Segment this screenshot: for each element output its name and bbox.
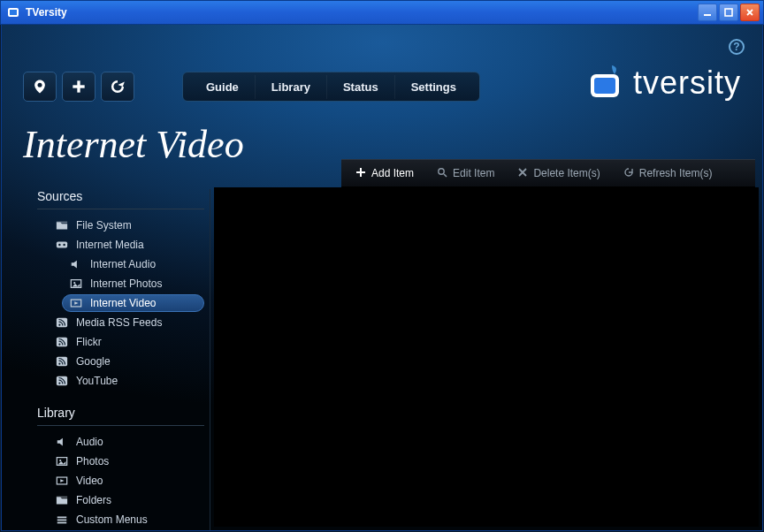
- sidebar-sources-list: File SystemInternet MediaInternet AudioI…: [23, 217, 204, 390]
- sidebar-item-file-system[interactable]: File System: [48, 217, 204, 234]
- svg-point-11: [439, 168, 444, 173]
- plus-icon: [355, 167, 366, 180]
- svg-point-15: [58, 244, 60, 246]
- action-add-label: Add Item: [371, 167, 414, 179]
- sidebar-item-internet-audio[interactable]: Internet Audio: [62, 255, 204, 273]
- menu-icon: [55, 513, 69, 526]
- svg-rect-24: [57, 357, 67, 367]
- app-icon: [6, 5, 20, 19]
- rss-icon: [55, 375, 69, 387]
- svg-rect-34: [57, 522, 67, 524]
- photo-icon: [69, 277, 83, 290]
- window-titlebar: TVersity: [0, 0, 764, 25]
- action-edit-item[interactable]: Edit Item: [428, 164, 503, 183]
- svg-rect-6: [73, 85, 84, 87]
- svg-rect-33: [57, 520, 67, 521]
- sidebar-item-label: Internet Media: [76, 239, 144, 251]
- window-title: TVersity: [26, 6, 698, 19]
- brand: tversity: [585, 64, 741, 103]
- tab-status[interactable]: Status: [327, 75, 395, 99]
- svg-point-23: [58, 344, 60, 346]
- rss-icon: [55, 355, 69, 368]
- action-delete-item[interactable]: Delete Item(s): [508, 164, 608, 183]
- folder-icon: [55, 219, 69, 232]
- svg-rect-20: [57, 318, 67, 328]
- action-refresh-item[interactable]: Refresh Item(s): [615, 164, 722, 183]
- svg-rect-3: [725, 9, 732, 16]
- rss-icon: [55, 336, 69, 348]
- brand-logo-icon: [585, 64, 624, 103]
- sidebar-item-label: Internet Photos: [90, 277, 162, 290]
- app-body: ? Guide Library Status Settings: [1, 25, 763, 531]
- sidebar-item-label: Video: [76, 475, 103, 487]
- svg-point-27: [58, 383, 60, 384]
- sidebar-item-label: Audio: [76, 436, 103, 448]
- search-icon: [437, 167, 447, 180]
- rss-icon: [55, 316, 69, 329]
- sidebar-item-internet-media[interactable]: Internet Media: [48, 236, 204, 254]
- svg-rect-22: [57, 338, 67, 347]
- svg-rect-8: [594, 78, 615, 94]
- sidebar-item-google[interactable]: Google: [48, 353, 204, 370]
- close-button[interactable]: [740, 4, 760, 21]
- sidebar-item-audio[interactable]: Audio: [48, 433, 204, 451]
- sidebar-item-internet-photos[interactable]: Internet Photos: [62, 275, 204, 293]
- action-bar: Add Item Edit Item Delete Item(s) Refres…: [341, 159, 755, 187]
- tab-library[interactable]: Library: [256, 75, 327, 99]
- svg-point-29: [59, 460, 61, 461]
- sidebar-item-label: Google: [76, 355, 111, 368]
- svg-point-21: [58, 324, 60, 326]
- sidebar-item-media-rss-feeds[interactable]: Media RSS Feeds: [48, 314, 204, 331]
- video-icon: [55, 475, 69, 487]
- svg-rect-1: [10, 10, 17, 15]
- content-area: [214, 187, 759, 527]
- sidebar-item-label: Internet Audio: [90, 258, 156, 270]
- video-icon: [69, 297, 83, 309]
- action-add-item[interactable]: Add Item: [347, 164, 423, 183]
- sidebar-item-label: Media RSS Feeds: [76, 316, 162, 329]
- sidebar-section-sources: Sources: [37, 189, 204, 209]
- nav-tabs: Guide Library Status Settings: [182, 72, 480, 102]
- speaker-icon: [55, 436, 69, 448]
- sidebar-item-internet-video[interactable]: Internet Video: [62, 294, 204, 312]
- minimize-button[interactable]: [698, 4, 717, 21]
- refresh-icon: [623, 167, 634, 180]
- action-edit-label: Edit Item: [453, 167, 494, 179]
- svg-point-4: [38, 83, 42, 87]
- maximize-button[interactable]: [719, 4, 738, 21]
- brand-text: tversity: [633, 65, 741, 102]
- sidebar-item-youtube[interactable]: YouTube: [48, 372, 204, 390]
- action-refresh-label: Refresh Item(s): [639, 167, 713, 179]
- sidebar-item-label: Flickr: [76, 336, 102, 348]
- svg-point-18: [73, 282, 75, 284]
- svg-rect-10: [356, 171, 365, 173]
- sidebar-library-list: AudioPhotosVideoFoldersCustom Menus: [23, 433, 204, 528]
- sidebar-section-library: Library: [37, 406, 204, 426]
- help-icon[interactable]: ?: [729, 39, 745, 55]
- home-button[interactable]: [23, 72, 57, 102]
- sidebar: Sources File SystemInternet MediaInterne…: [23, 189, 210, 530]
- speaker-icon: [69, 258, 83, 270]
- svg-rect-32: [57, 517, 67, 519]
- svg-point-25: [58, 363, 60, 365]
- svg-rect-14: [57, 242, 67, 248]
- toolbar-icon-group: [23, 72, 134, 102]
- x-icon: [517, 167, 528, 180]
- svg-rect-31: [57, 497, 67, 498]
- add-button[interactable]: [62, 72, 96, 102]
- globe-icon: [55, 239, 69, 251]
- svg-rect-13: [57, 222, 67, 224]
- tab-settings[interactable]: Settings: [395, 75, 472, 99]
- sidebar-item-video[interactable]: Video: [48, 472, 204, 490]
- svg-rect-2: [704, 14, 711, 16]
- svg-rect-26: [57, 376, 67, 386]
- refresh-button[interactable]: [101, 72, 134, 102]
- sidebar-item-custom-menus[interactable]: Custom Menus: [48, 511, 204, 528]
- sidebar-item-photos[interactable]: Photos: [48, 452, 204, 470]
- sidebar-item-flickr[interactable]: Flickr: [48, 333, 204, 351]
- tab-guide[interactable]: Guide: [190, 75, 256, 99]
- sidebar-item-label: Photos: [76, 455, 109, 467]
- folder-icon: [55, 494, 69, 506]
- sidebar-item-label: Custom Menus: [76, 513, 148, 526]
- sidebar-item-folders[interactable]: Folders: [48, 491, 204, 509]
